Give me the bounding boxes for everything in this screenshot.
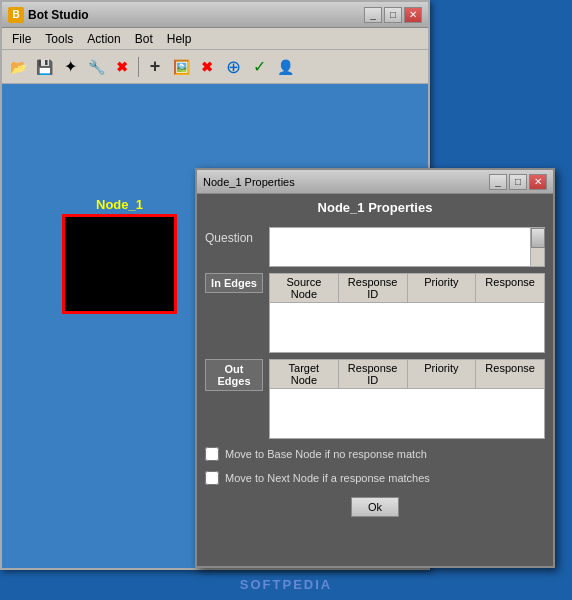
in-edges-body bbox=[270, 303, 544, 353]
image-button[interactable]: 🖼️ bbox=[169, 55, 193, 79]
dialog-title: Node_1 Properties bbox=[203, 176, 485, 188]
in-edges-table: Source Node Response ID Priority Respons… bbox=[269, 273, 545, 353]
question-input-wrapper bbox=[269, 227, 545, 267]
main-title-controls: _ □ ✕ bbox=[364, 7, 422, 23]
delete-button[interactable]: ✖ bbox=[195, 55, 219, 79]
in-edges-col-priority: Priority bbox=[408, 274, 477, 302]
out-edges-col-priority: Priority bbox=[408, 360, 477, 388]
dialog-close-button[interactable]: ✕ bbox=[529, 174, 547, 190]
watermark: SOFTPEDIA bbox=[240, 577, 332, 592]
out-edges-col-response: Response bbox=[476, 360, 544, 388]
dialog-minimize-button[interactable]: _ bbox=[489, 174, 507, 190]
toolbar-separator bbox=[138, 57, 139, 77]
main-title-bar: B Bot Studio _ □ ✕ bbox=[2, 2, 428, 28]
in-edges-col-response-id: Response ID bbox=[339, 274, 408, 302]
menu-bar: File Tools Action Bot Help bbox=[2, 28, 428, 50]
in-edges-header: Source Node Response ID Priority Respons… bbox=[270, 274, 544, 303]
check-button[interactable]: ✓ bbox=[247, 55, 271, 79]
user-button[interactable]: 👤 bbox=[273, 55, 297, 79]
out-edges-row: Out Edges Target Node Response ID Priori… bbox=[205, 359, 545, 439]
question-row: Question bbox=[205, 227, 545, 267]
in-edges-col-response: Response bbox=[476, 274, 544, 302]
close-button[interactable]: ✕ bbox=[404, 7, 422, 23]
checkbox-base-node[interactable] bbox=[205, 447, 219, 461]
question-scrollbar[interactable] bbox=[530, 228, 544, 266]
maximize-button[interactable]: □ bbox=[384, 7, 402, 23]
checkbox-base-node-label: Move to Base Node if no response match bbox=[225, 448, 427, 460]
question-textarea[interactable] bbox=[272, 230, 542, 264]
checkbox-next-node-label: Move to Next Node if a response matches bbox=[225, 472, 430, 484]
dialog-maximize-button[interactable]: □ bbox=[509, 174, 527, 190]
out-edges-table: Target Node Response ID Priority Respons… bbox=[269, 359, 545, 439]
out-edges-col-target: Target Node bbox=[270, 360, 339, 388]
node-box[interactable]: Node_1 bbox=[62, 214, 177, 314]
ok-button[interactable]: Ok bbox=[351, 497, 399, 517]
menu-file[interactable]: File bbox=[6, 30, 37, 48]
out-edges-col-response-id: Response ID bbox=[339, 360, 408, 388]
out-edges-button: Out Edges bbox=[205, 359, 263, 391]
menu-bot[interactable]: Bot bbox=[129, 30, 159, 48]
node-label: Node_1 bbox=[96, 197, 143, 212]
menu-action[interactable]: Action bbox=[81, 30, 126, 48]
menu-tools[interactable]: Tools bbox=[39, 30, 79, 48]
menu-help[interactable]: Help bbox=[161, 30, 198, 48]
toolbar: 📂 💾 ✦ 🔧 ✖ + 🖼️ ✖ ⊕ ✓ 👤 bbox=[2, 50, 428, 84]
dialog-body: Question In Edges Source Node Response I… bbox=[197, 221, 553, 527]
tool4-button[interactable]: 🔧 bbox=[84, 55, 108, 79]
tool5-button[interactable]: ✖ bbox=[110, 55, 134, 79]
out-edges-header: Target Node Response ID Priority Respons… bbox=[270, 360, 544, 389]
app-icon: B bbox=[8, 7, 24, 23]
dialog-footer: Ok bbox=[205, 493, 545, 521]
in-edges-col-source: Source Node bbox=[270, 274, 339, 302]
add-button[interactable]: + bbox=[143, 55, 167, 79]
question-label: Question bbox=[205, 227, 263, 245]
checkbox-row-1: Move to Base Node if no response match bbox=[205, 445, 545, 463]
minimize-button[interactable]: _ bbox=[364, 7, 382, 23]
properties-dialog: Node_1 Properties _ □ ✕ Node_1 Propertie… bbox=[195, 168, 555, 568]
main-window-title: Bot Studio bbox=[28, 8, 360, 22]
open-button[interactable]: 📂 bbox=[6, 55, 30, 79]
save-button[interactable]: 💾 bbox=[32, 55, 56, 79]
in-edges-row: In Edges Source Node Response ID Priorit… bbox=[205, 273, 545, 353]
add-circle-button[interactable]: ⊕ bbox=[221, 55, 245, 79]
checkbox-next-node[interactable] bbox=[205, 471, 219, 485]
dialog-title-controls: _ □ ✕ bbox=[489, 174, 547, 190]
dialog-heading: Node_1 Properties bbox=[197, 194, 553, 221]
dialog-title-bar: Node_1 Properties _ □ ✕ bbox=[197, 170, 553, 194]
out-edges-body bbox=[270, 389, 544, 439]
in-edges-button: In Edges bbox=[205, 273, 263, 293]
checkbox-row-2: Move to Next Node if a response matches bbox=[205, 469, 545, 487]
question-scrollbar-thumb[interactable] bbox=[531, 228, 545, 248]
tool3-button[interactable]: ✦ bbox=[58, 55, 82, 79]
